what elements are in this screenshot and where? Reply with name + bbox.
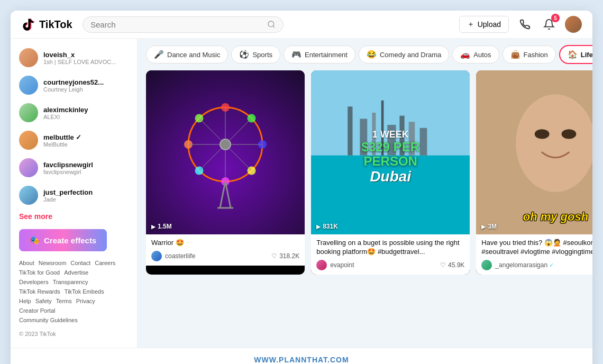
sidebar-user-item[interactable]: courtneyjones52... Courtney Leigh <box>11 71 137 99</box>
sidebar-user-item[interactable]: just_perfection Jade <box>11 181 137 209</box>
search-bar[interactable] <box>83 16 284 33</box>
main-content: loveish_x 1sh | SELF LOVE ADVOC... court… <box>11 39 592 348</box>
video-card[interactable]: oh my gosh ▶ 3M Have you tried this? 😱🤦 … <box>476 70 592 275</box>
logo-text: TikTok <box>39 19 72 31</box>
tab-label: Fashion <box>524 51 548 59</box>
category-tabs: 🎤Dance and Music⚽Sports🎮Entertainment😂Co… <box>146 39 592 70</box>
category-tab-comedy[interactable]: 😂Comedy and Drama <box>359 46 449 63</box>
category-tab-dance[interactable]: 🎤Dance and Music <box>146 46 228 63</box>
inbox-button[interactable] <box>516 16 533 33</box>
category-tab-sports[interactable]: ⚽Sports <box>231 46 280 63</box>
video-likes: ♡ 318.2K <box>271 252 299 260</box>
username: courtneyjones52... <box>43 78 104 86</box>
video-card[interactable]: 1 WEEK $329 PER PERSON Dubai ▶ 831K Trav… <box>311 70 470 275</box>
sidebar-user-item[interactable]: melbuttle ✓ MelButtle <box>11 126 137 154</box>
tab-label: Dance and Music <box>167 51 220 59</box>
footer-links: AboutNewsroomContactCareers TikTok for G… <box>11 251 137 323</box>
footer-link[interactable]: Careers <box>95 260 115 266</box>
browser-window: TikTok ＋ Upload 5 <box>11 11 592 364</box>
video-view-count: ▶ 1.5M <box>151 223 172 230</box>
tabs-list: 🎤Dance and Music⚽Sports🎮Entertainment😂Co… <box>146 45 592 64</box>
view-count-value: 3M <box>488 223 497 230</box>
user-handle: MelButtle <box>43 141 81 148</box>
effects-icon: 🎭 <box>30 235 40 245</box>
user-info: loveish_x 1sh | SELF LOVE ADVOC... <box>43 51 116 65</box>
search-icon <box>267 20 276 29</box>
category-tab-lifestyle[interactable]: 🏠Lifestyle <box>559 45 592 64</box>
notifications-button[interactable]: 5 <box>541 16 558 33</box>
tab-icon: 👜 <box>510 50 520 59</box>
inbox-icon <box>519 19 531 30</box>
footer-link[interactable]: Transparency <box>53 279 88 285</box>
tab-icon: 🎮 <box>291 50 302 59</box>
dubai-city-text: Dubai <box>351 168 430 185</box>
category-tab-autos[interactable]: 🚗Autos <box>452 46 499 63</box>
user-info: melbuttle ✓ MelButtle <box>43 133 81 148</box>
footer-link[interactable]: Terms <box>56 298 72 304</box>
svg-line-21 <box>225 181 231 208</box>
logo[interactable]: TikTok <box>21 17 74 32</box>
category-tab-fashion[interactable]: 👜Fashion <box>502 46 556 63</box>
author-name: _angelomarasigan ✓ <box>495 261 554 269</box>
sidebar-user-item[interactable]: loveish_x 1sh | SELF LOVE ADVOC... <box>11 44 137 71</box>
username: favclipsnewgirl <box>43 161 93 169</box>
user-info: just_perfection Jade <box>43 188 93 203</box>
oh-my-gosh-text: oh my gosh <box>476 210 592 224</box>
video-author-row: coasterliife ♡ 318.2K <box>151 251 299 261</box>
footer-link[interactable]: TikTok Rewards <box>19 288 60 295</box>
footer-link[interactable]: About <box>19 260 34 266</box>
video-card[interactable]: ▶ 1.5M Warrior 🤩 coasterliife ♡ 318.2K <box>146 70 305 275</box>
tab-icon: 🏠 <box>568 50 578 59</box>
footer-link[interactable]: Developers <box>19 279 49 285</box>
footer-link[interactable]: TikTok Embeds <box>65 288 104 295</box>
see-more-link[interactable]: See more <box>11 209 137 229</box>
user-avatar <box>19 186 38 205</box>
header: TikTok ＋ Upload 5 <box>11 11 592 39</box>
video-grid: ▶ 1.5M Warrior 🤩 coasterliife ♡ 318.2K <box>146 70 592 275</box>
header-actions: ＋ Upload 5 <box>459 16 582 33</box>
video-author: _angelomarasigan ✓ <box>481 260 554 270</box>
footer-link[interactable]: Community Guidelines <box>19 317 78 323</box>
tab-icon: 😂 <box>367 50 377 59</box>
author-avatar <box>316 260 327 270</box>
tab-label: Sports <box>252 51 272 59</box>
video-view-count: ▶ 3M <box>481 223 497 230</box>
ferris-wheel-illustration <box>172 86 278 219</box>
tab-icon: 🎤 <box>154 50 164 59</box>
username: aleximckinley <box>43 106 88 114</box>
heart-icon: ♡ <box>271 252 277 260</box>
user-info: aleximckinley ALEXI <box>43 106 88 120</box>
video-title: Travelling on a buget is possible using … <box>316 239 464 257</box>
footer-link[interactable]: Help <box>19 298 31 304</box>
create-effects-button[interactable]: 🎭 Create effects <box>19 229 107 251</box>
footer-link[interactable]: Newsroom <box>39 260 67 266</box>
author-avatar <box>151 251 162 261</box>
sidebar-user-item[interactable]: aleximckinley ALEXI <box>11 99 137 126</box>
user-handle: favclipsnewgirl <box>43 169 93 175</box>
video-title: Warrior 🤩 <box>151 239 299 248</box>
footer-link[interactable]: Creator Portal <box>19 307 55 314</box>
user-avatar <box>19 48 38 67</box>
user-avatar-header[interactable] <box>565 16 582 33</box>
author-name: coasterliife <box>165 252 195 260</box>
heart-icon: ♡ <box>440 261 446 269</box>
plus-icon: ＋ <box>467 20 474 29</box>
footer-link[interactable]: Contact <box>70 260 90 266</box>
sidebar-user-item[interactable]: favclipsnewgirl favclipsnewgirl <box>11 154 137 181</box>
video-thumbnail: 1 WEEK $329 PER PERSON Dubai ▶ 831K <box>311 70 470 234</box>
video-thumbnail: ▶ 1.5M <box>146 70 305 234</box>
sidebar: loveish_x 1sh | SELF LOVE ADVOC... court… <box>11 39 138 348</box>
category-tab-entertainment[interactable]: 🎮Entertainment <box>284 46 355 63</box>
footer-link[interactable]: TikTok for Good <box>19 269 60 276</box>
user-avatar <box>19 131 38 150</box>
search-input[interactable] <box>90 20 263 29</box>
tab-label: Autos <box>473 51 491 59</box>
video-thumbnail: oh my gosh ▶ 3M <box>476 70 592 234</box>
upload-button[interactable]: ＋ Upload <box>459 16 509 33</box>
footer-link[interactable]: Advertise <box>64 269 88 276</box>
tab-icon: ⚽ <box>239 50 249 59</box>
tab-label: Entertainment <box>305 51 348 59</box>
username: just_perfection <box>43 188 93 196</box>
footer-link[interactable]: Safety <box>35 298 52 304</box>
footer-link[interactable]: Privacy <box>76 298 95 304</box>
